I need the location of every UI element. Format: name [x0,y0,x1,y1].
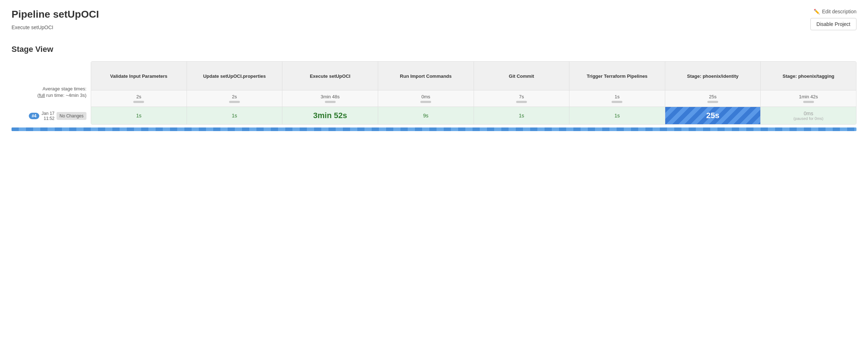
run-time-cell-trigger-terraform: 1s [569,107,665,124]
disable-project-button[interactable]: Disable Project [810,18,856,30]
stage-header-trigger-terraform: Trigger Terraform Pipelines [569,62,665,90]
avg-label-line1: Average stage times: [42,86,86,91]
pencil-icon: ✏️ [814,9,820,14]
avg-bar-git-commit [516,101,527,103]
run-date: Jan 17 11:52 [41,111,54,121]
no-changes-badge: No Changes [57,112,86,120]
run-time-cell-run-import: 9s [378,107,474,124]
page-title: Pipeline setUpOCI [12,9,856,20]
stage-view-title: Stage View [12,45,856,54]
edit-description-button[interactable]: ✏️ Edit description [814,9,856,14]
run-time-value: 11:52 [41,116,54,121]
stages-grid: Validate Input Parameters2s1sUpdate setU… [91,61,856,125]
run-time-cell-update: 1s [187,107,282,124]
avg-bar-execute [325,101,336,103]
avg-time-execute: 3min 48s [282,90,378,107]
stage-view-container: Average stage times: (full run time: ~4m… [12,61,856,125]
stage-header-stage-phoenix-identity: Stage: phoenix/identity [665,62,761,90]
avg-times-label: Average stage times: (full run time: ~4m… [12,86,86,99]
avg-bar-stage-phoenix-identity [707,101,718,103]
run-time-cell-execute: 3min 52s [282,107,378,124]
stage-col-validate: Validate Input Parameters2s1s [91,62,187,124]
run-time-cell-git-commit: 1s [474,107,569,124]
stage-col-execute: Execute setUpOCI3min 48s3min 52s [282,62,378,124]
stage-col-update: Update setUpOCI.properties2s1s [187,62,283,124]
avg-label-line2: (full run time: ~4min 3s) [37,93,86,98]
stage-col-git-commit: Git Commit7s1s [474,62,570,124]
avg-time-stage-phoenix-identity: 25s [665,90,761,107]
run-time-cell-stage-phoenix-identity: 25s [665,107,761,124]
page-subtitle: Execute setUpOCI [12,24,856,30]
avg-time-update: 2s [187,90,282,107]
top-actions: ✏️ Edit description Disable Project [810,9,856,30]
stage-header-execute: Execute setUpOCI [282,62,378,90]
stage-col-stage-phoenix-tagging: Stage: phoenix/tagging1min 42s0ms(paused… [761,62,856,124]
paused-label-stage-phoenix-tagging: (paused for 0ms) [793,116,823,121]
stage-col-run-import: Run Import Commands0ms9s [378,62,474,124]
stage-col-stage-phoenix-identity: Stage: phoenix/identity25s25s [665,62,761,124]
stage-header-update: Update setUpOCI.properties [187,62,282,90]
avg-time-trigger-terraform: 1s [569,90,665,107]
run-date-value: Jan 17 [41,111,54,116]
run-badge: #4 [29,113,39,119]
edit-description-label: Edit description [822,9,856,14]
stage-header-validate: Validate Input Parameters [91,62,187,90]
avg-bar-trigger-terraform [612,101,622,103]
avg-time-run-import: 0ms [378,90,474,107]
stage-header-run-import: Run Import Commands [378,62,474,90]
avg-bar-run-import [420,101,431,103]
run-item: #4 Jan 17 11:52 No Changes [12,111,86,121]
run-time-cell-validate: 1s [91,107,187,124]
run-time-cell-stage-phoenix-tagging: 0ms(paused for 0ms) [761,107,856,124]
avg-bar-validate [133,101,144,103]
page-container: Pipeline setUpOCI Execute setUpOCI ✏️ Ed… [0,0,868,140]
avg-bar-update [229,101,240,103]
stage-header-stage-phoenix-tagging: Stage: phoenix/tagging [761,62,856,90]
avg-time-validate: 2s [91,90,187,107]
avg-time-git-commit: 7s [474,90,569,107]
avg-bar-stage-phoenix-tagging [803,101,814,103]
progress-bar [12,127,856,131]
stage-header-git-commit: Git Commit [474,62,569,90]
left-info-panel: Average stage times: (full run time: ~4m… [12,61,91,125]
stage-col-trigger-terraform: Trigger Terraform Pipelines1s1s [569,62,665,124]
avg-time-stage-phoenix-tagging: 1min 42s [761,90,856,107]
